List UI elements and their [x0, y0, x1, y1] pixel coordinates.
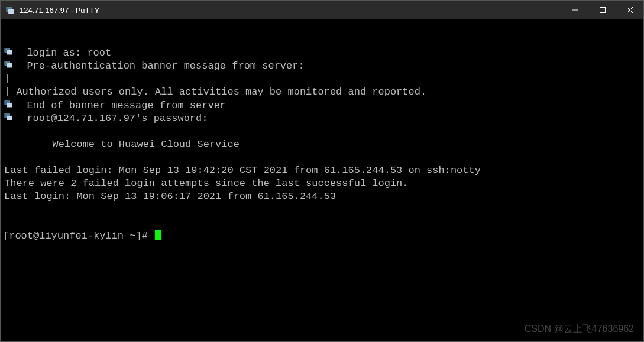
terminal-text: There were 2 failed login attempts since…	[4, 177, 409, 190]
window-title: 124.71.167.97 - PuTTY	[20, 6, 562, 15]
window-controls	[562, 1, 643, 19]
cursor-icon	[155, 230, 161, 240]
maximize-button[interactable]	[589, 1, 616, 19]
close-button[interactable]	[616, 1, 643, 19]
terminal-line	[3, 125, 641, 138]
terminal-text: root@124.71.167.97's password:	[15, 112, 208, 125]
shell-prompt: [root@liyunfei-kylin ~]#	[3, 230, 154, 243]
minimize-button[interactable]	[562, 1, 589, 19]
terminal-line: Last login: Mon Sep 13 19:06:17 2021 fro…	[3, 190, 641, 203]
terminal-text: Last login: Mon Sep 13 19:06:17 2021 fro…	[4, 190, 336, 203]
terminal-text	[4, 151, 10, 164]
terminal-text: Pre-authentication banner message from s…	[15, 60, 305, 73]
terminal-line: Last failed login: Mon Sep 13 19:42:20 C…	[3, 164, 641, 177]
terminal-text: End of banner message from server	[15, 99, 226, 112]
terminal-text	[4, 125, 10, 138]
terminal-area[interactable]: login as: root Pre-authentication banner…	[1, 19, 643, 341]
putty-window: 124.71.167.97 - PuTTY login as: root Pre…	[0, 0, 644, 342]
terminal-text: login as: root	[15, 47, 111, 60]
terminal-text: | Authorized users only. All activities …	[4, 86, 426, 99]
terminal-text: Last failed login: Mon Sep 13 19:42:20 C…	[4, 164, 481, 177]
terminal-text: |	[4, 73, 10, 86]
terminal-line: |	[3, 73, 641, 86]
terminal-line: root@124.71.167.97's password:	[3, 112, 641, 125]
watermark-text: CSDN @云上飞47636962	[525, 323, 634, 336]
terminal-line: Pre-authentication banner message from s…	[3, 60, 641, 73]
putty-line-icon	[3, 99, 14, 108]
putty-line-icon	[3, 112, 14, 120]
prompt-line: [root@liyunfei-kylin ~]#	[3, 230, 641, 243]
terminal-line	[3, 151, 641, 164]
terminal-line: | Authorized users only. All activities …	[3, 86, 641, 99]
terminal-text: Welcome to Huawei Cloud Service	[4, 138, 240, 151]
putty-icon	[5, 5, 15, 15]
terminal-line: login as: root	[3, 47, 641, 60]
terminal-line: Welcome to Huawei Cloud Service	[3, 138, 641, 151]
putty-line-icon	[3, 47, 14, 55]
terminal-line: There were 2 failed login attempts since…	[3, 177, 641, 190]
putty-line-icon	[3, 60, 14, 68]
terminal-line: End of banner message from server	[3, 99, 641, 112]
titlebar[interactable]: 124.71.167.97 - PuTTY	[1, 1, 643, 19]
svg-rect-4	[600, 8, 606, 13]
